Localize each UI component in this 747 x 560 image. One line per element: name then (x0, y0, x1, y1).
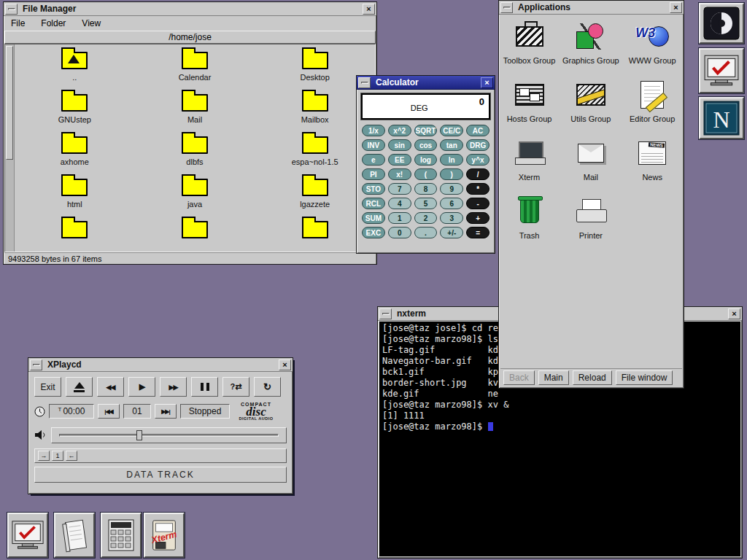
folder-item-partial[interactable] (135, 218, 255, 252)
folder-item-axhome[interactable]: axhome (15, 133, 135, 176)
dock-icon-xterm[interactable]: Xterm (144, 513, 185, 558)
calc-key-38[interactable]: +/- (440, 227, 463, 238)
calc-key-1-x[interactable]: 1/x (362, 125, 385, 136)
window-menu-icon[interactable] (500, 2, 513, 13)
window-menu-icon[interactable] (5, 4, 18, 15)
pause-button[interactable] (191, 377, 218, 397)
folder-item-up[interactable]: .. (15, 49, 135, 91)
calc-key-17[interactable]: ( (414, 168, 438, 180)
calc-key-5[interactable]: 5 (414, 198, 438, 209)
track-shift-right-button[interactable]: → (38, 451, 50, 461)
reload-button[interactable]: Reload (573, 370, 612, 385)
calc-key-ac[interactable]: AC (466, 125, 489, 136)
calc-key-18[interactable]: ) (440, 168, 463, 180)
calc-key-cos[interactable]: cos (414, 139, 438, 151)
calc-key-4[interactable]: 4 (388, 198, 411, 209)
app-item-hosts-group[interactable]: Hosts Group (499, 77, 560, 134)
app-item-utils-group[interactable]: Utils Group (560, 77, 621, 134)
main-button[interactable]: Main (538, 370, 569, 385)
rewind-button[interactable]: ◀◀ (97, 377, 124, 397)
calc-key-6[interactable]: 6 (440, 198, 463, 209)
menu-folder[interactable]: Folder (41, 18, 66, 28)
window-menu-icon[interactable] (30, 359, 42, 370)
calc-key-pi[interactable]: PI (362, 168, 385, 180)
window-menu-icon[interactable] (358, 77, 371, 88)
file-manager-titlebar[interactable]: File Manager × (4, 2, 376, 16)
app-item-toolbox-group[interactable]: Toolbox Group (499, 19, 560, 76)
track-list-item[interactable]: 1 (52, 451, 63, 461)
volume-slider-thumb[interactable] (136, 430, 142, 440)
calc-key-inv[interactable]: INV (362, 139, 385, 151)
xplaycd-titlebar[interactable]: XPlaycd × (28, 358, 293, 372)
calc-key-7[interactable]: 7 (388, 183, 411, 195)
folder-item-gnustep[interactable]: GNUstep (15, 91, 135, 133)
calculator-titlebar[interactable]: Calculator × (357, 76, 495, 90)
calc-key-39[interactable]: = (466, 227, 489, 238)
app-item-www-group[interactable]: W3WWW Group (622, 19, 683, 76)
calc-key-log[interactable]: log (414, 154, 438, 166)
desktop-icon-wmaker[interactable] (699, 3, 744, 44)
close-icon[interactable]: × (670, 2, 682, 13)
calc-key-37[interactable]: . (414, 227, 438, 238)
calc-key-sto[interactable]: STO (362, 183, 385, 195)
calc-key-ln[interactable]: ln (440, 154, 463, 166)
vertical-scrollbar[interactable] (5, 44, 15, 252)
calc-key-19[interactable]: / (466, 168, 489, 180)
calc-key-1[interactable]: 1 (388, 212, 411, 224)
calc-key-24[interactable]: * (466, 183, 489, 195)
previous-track-button[interactable]: |◀◀ (98, 404, 120, 419)
app-item-news[interactable]: NEWSNews (622, 136, 683, 192)
folder-item-partial[interactable] (15, 218, 135, 252)
calc-key-x-2[interactable]: x^2 (388, 125, 411, 136)
menu-view[interactable]: View (82, 18, 101, 28)
calc-key-0[interactable]: 0 (388, 227, 411, 238)
fast-forward-button[interactable]: ▶▶ (160, 377, 187, 397)
folder-item-calendar[interactable]: Calendar (135, 49, 255, 91)
calc-key-x[interactable]: x! (388, 168, 411, 180)
calc-key-exc[interactable]: EXC (362, 227, 385, 238)
exit-button[interactable]: Exit (34, 377, 61, 397)
calc-key-tan[interactable]: tan (440, 139, 463, 151)
shuffle-button[interactable]: ?⇄ (222, 377, 249, 397)
scrollbar-thumb[interactable] (6, 46, 13, 160)
volume-slider[interactable] (59, 434, 279, 437)
app-item-xterm[interactable]: Xterm (499, 136, 560, 192)
app-item-trash[interactable]: Trash (499, 194, 560, 251)
close-icon[interactable]: × (363, 4, 375, 15)
calc-key-34[interactable]: + (466, 212, 489, 224)
calc-key-3[interactable]: 3 (440, 212, 463, 224)
calc-key-9[interactable]: 9 (440, 183, 463, 195)
calc-key-ee[interactable]: EE (388, 154, 411, 166)
dock-icon-monitor[interactable] (7, 513, 48, 558)
app-item-graphics-group[interactable]: Graphics Group (560, 19, 621, 76)
app-item-editor-group[interactable]: Editor Group (622, 77, 683, 134)
calc-key-8[interactable]: 8 (414, 183, 438, 195)
app-item-mail[interactable]: Mail (560, 136, 621, 192)
play-button[interactable]: ▶ (128, 377, 155, 397)
calc-key-drg[interactable]: DRG (466, 139, 489, 151)
calc-key-rcl[interactable]: RCL (362, 198, 385, 209)
menu-file[interactable]: File (11, 18, 25, 28)
desktop-icon-monitor[interactable] (699, 48, 744, 93)
calc-key-sum[interactable]: SUM (362, 212, 385, 224)
loop-button[interactable]: ↻ (254, 377, 281, 397)
calc-key-ce-c[interactable]: CE/C (440, 125, 463, 136)
next-track-button[interactable]: ▶▶| (155, 404, 177, 419)
calc-key-2[interactable]: 2 (414, 212, 438, 224)
file-window-button[interactable]: File window (616, 370, 673, 385)
folder-item-html[interactable]: html (15, 176, 135, 218)
app-item-printer[interactable]: Printer (560, 194, 621, 251)
window-menu-icon[interactable] (379, 308, 392, 319)
folder-item-dlbfs[interactable]: dlbfs (135, 133, 255, 176)
calc-key-e[interactable]: e (362, 154, 385, 166)
track-shift-left-button[interactable]: ← (66, 451, 77, 461)
close-icon[interactable]: × (279, 359, 291, 370)
calc-key-sqrt[interactable]: SQRT (414, 125, 438, 136)
folder-item-mail[interactable]: Mail (135, 91, 255, 133)
dock-icon-files[interactable] (54, 513, 95, 558)
eject-button[interactable] (66, 377, 93, 397)
calc-key-y-x[interactable]: y^x (466, 154, 489, 166)
close-icon[interactable]: × (481, 77, 493, 88)
applications-titlebar[interactable]: Applications × (499, 1, 684, 15)
calc-key-29[interactable]: - (466, 198, 489, 209)
